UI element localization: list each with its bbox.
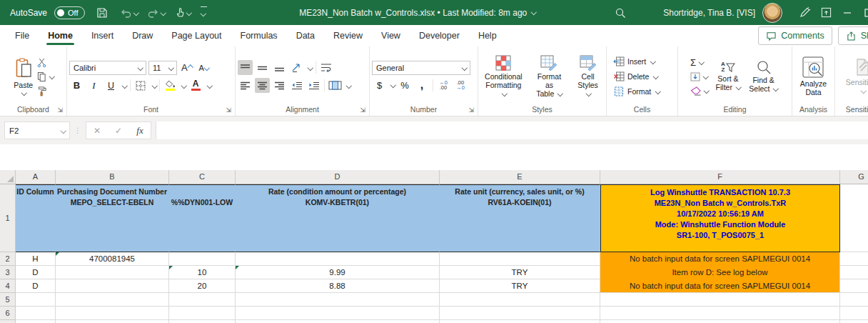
- cell-C4[interactable]: 20: [169, 279, 236, 293]
- tab-data[interactable]: Data: [287, 25, 324, 46]
- cell-G6[interactable]: [840, 307, 868, 320]
- cell-C2[interactable]: [169, 252, 236, 266]
- cell-F3[interactable]: Item row D: See log below: [600, 266, 840, 279]
- cell-D7[interactable]: [236, 320, 440, 323]
- maximize-icon[interactable]: [858, 3, 868, 23]
- cell-C5[interactable]: [169, 293, 236, 307]
- autosave-toggle[interactable]: Off: [54, 6, 84, 19]
- share-button[interactable]: Share: [838, 26, 868, 45]
- italic-button[interactable]: I: [86, 78, 101, 93]
- tab-help[interactable]: Help: [469, 25, 506, 46]
- minimize-icon[interactable]: [837, 3, 858, 23]
- wrap-text-button[interactable]: [319, 60, 334, 75]
- cell-E7[interactable]: [440, 320, 600, 323]
- cell-D4[interactable]: 8.88: [236, 279, 440, 293]
- cell-B6[interactable]: [56, 307, 169, 320]
- ribbon-display-options-icon[interactable]: [815, 3, 837, 23]
- cell-E6[interactable]: [440, 307, 600, 320]
- top-align-button[interactable]: [238, 60, 253, 75]
- column-header-B[interactable]: B: [56, 170, 169, 184]
- cell-G7[interactable]: [840, 320, 868, 323]
- orientation-dropdown-icon[interactable]: [308, 65, 313, 71]
- cell-D1[interactable]: Rate (condition amount or percentage)KOM…: [236, 184, 440, 252]
- sort-filter-button[interactable]: AZ Sort &Filter: [713, 61, 744, 91]
- insert-cells-button[interactable]: Insert: [613, 54, 655, 69]
- cell-G1[interactable]: [840, 184, 868, 252]
- touch-mode-dropdown-icon[interactable]: [186, 10, 192, 16]
- cell-F2[interactable]: No batch input data for screen SAPLMEGUI…: [600, 252, 840, 266]
- cell-F1[interactable]: Log Winshuttle TRANSACTION 10.7.3ME23N_N…: [600, 184, 840, 252]
- copy-dropdown-icon[interactable]: [49, 74, 55, 79]
- name-box[interactable]: F2: [4, 121, 70, 139]
- increase-indent-button[interactable]: [306, 78, 321, 93]
- cell-styles-button[interactable]: CellStyles: [572, 55, 604, 98]
- cell-B5[interactable]: [56, 293, 169, 307]
- font-size-select[interactable]: 11: [148, 61, 177, 75]
- center-button[interactable]: [255, 78, 270, 93]
- format-painter-button[interactable]: [36, 84, 56, 98]
- increase-font-size-button[interactable]: A: [179, 60, 194, 75]
- cell-A4[interactable]: D: [16, 279, 56, 293]
- column-header-D[interactable]: D: [236, 170, 440, 184]
- font-color-button[interactable]: A: [188, 78, 203, 93]
- font-color-dropdown-icon[interactable]: [206, 83, 212, 89]
- underline-button[interactable]: U: [104, 78, 118, 93]
- cancel-icon[interactable]: ✕: [86, 126, 108, 136]
- cell-E5[interactable]: [440, 293, 600, 307]
- tab-developer[interactable]: Developer: [410, 25, 469, 46]
- formula-input[interactable]: [156, 121, 868, 139]
- cell-C1[interactable]: %%DYN001-LOW: [169, 184, 236, 252]
- copy-button[interactable]: [36, 69, 56, 84]
- customize-quick-access-icon[interactable]: [201, 6, 207, 19]
- clear-button[interactable]: [689, 84, 710, 98]
- cell-D6[interactable]: [236, 307, 440, 320]
- alignment-dialog-launcher-icon[interactable]: ⇲: [360, 107, 365, 114]
- row-header-6[interactable]: 6: [0, 307, 16, 320]
- cell-B7[interactable]: [56, 320, 169, 323]
- conditional-formatting-button[interactable]: ConditionalFormatting: [480, 55, 527, 98]
- tab-file[interactable]: File: [6, 25, 39, 46]
- paste-button[interactable]: Paste: [11, 58, 36, 95]
- decrease-font-size-button[interactable]: A: [196, 60, 211, 75]
- cell-E2[interactable]: [440, 252, 600, 266]
- column-header-F[interactable]: F: [600, 170, 840, 184]
- ink-pen-icon[interactable]: [794, 3, 815, 23]
- cut-button[interactable]: [36, 55, 56, 69]
- formula-bar-expanded-area[interactable]: [0, 144, 868, 171]
- percent-style-button[interactable]: %: [398, 78, 413, 93]
- cell-E1[interactable]: Rate unit (currency, sales unit, or %)RV…: [440, 184, 600, 252]
- cell-B1[interactable]: Purchasing Document NumberMEPO_SELECT-EB…: [56, 184, 169, 252]
- comma-style-button[interactable]: ,: [415, 78, 430, 93]
- row-header-2[interactable]: 2: [0, 252, 16, 266]
- formula-bar-handle[interactable]: ⋮: [74, 126, 81, 134]
- format-cells-button[interactable]: Format: [613, 84, 660, 99]
- analyze-data-button[interactable]: AnalyzeData: [797, 56, 829, 96]
- cell-D3[interactable]: 9.99: [236, 266, 440, 279]
- cell-A6[interactable]: [16, 307, 56, 320]
- tab-formulas[interactable]: Formulas: [231, 25, 287, 46]
- font-dialog-launcher-icon[interactable]: ⇲: [226, 107, 231, 114]
- column-header-A[interactable]: A: [16, 170, 56, 184]
- align-right-button[interactable]: [272, 78, 287, 93]
- user-name[interactable]: Shortridge, Tina B. [VIS]: [663, 8, 755, 18]
- borders-dropdown-icon[interactable]: [151, 83, 157, 89]
- borders-button[interactable]: [133, 78, 148, 93]
- cell-F6[interactable]: [600, 307, 840, 320]
- document-title[interactable]: ME23N_Non Batch w_Controls.xlsx • Last M…: [224, 8, 610, 18]
- tab-home[interactable]: Home: [39, 25, 82, 46]
- cell-G2[interactable]: [840, 252, 868, 266]
- paste-dropdown-icon[interactable]: [21, 90, 27, 96]
- bottom-align-button[interactable]: [272, 60, 287, 75]
- select-all-corner[interactable]: [0, 170, 16, 184]
- cell-C7[interactable]: [169, 320, 236, 323]
- cell-F7[interactable]: [600, 320, 840, 323]
- column-header-C[interactable]: C: [169, 170, 236, 184]
- cell-A3[interactable]: D: [16, 266, 56, 279]
- cell-E4[interactable]: TRY: [440, 279, 600, 293]
- cell-D5[interactable]: [236, 293, 440, 307]
- cell-B4[interactable]: [56, 279, 169, 293]
- enter-icon[interactable]: ✓: [108, 126, 129, 136]
- column-header-G[interactable]: G: [840, 170, 868, 184]
- row-header-1[interactable]: 1: [0, 184, 16, 252]
- bold-button[interactable]: B: [69, 78, 84, 93]
